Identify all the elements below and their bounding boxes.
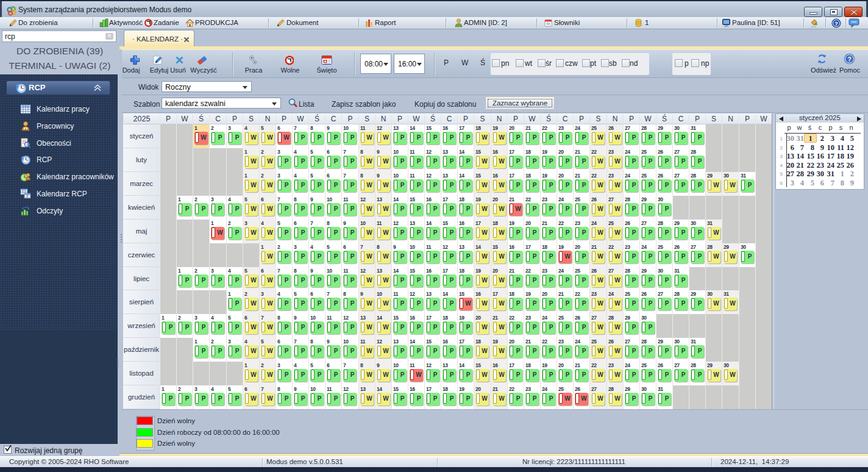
svg-text:Σ: Σ — [26, 195, 29, 198]
svg-text:?: ? — [847, 55, 852, 63]
svg-text:tx: tx — [25, 127, 27, 130]
svg-text:?: ? — [834, 20, 838, 27]
